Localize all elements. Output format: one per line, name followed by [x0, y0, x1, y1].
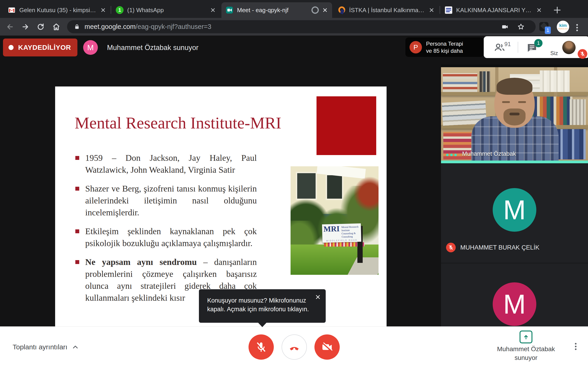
participant-name: MUHAMMET BURAK ÇELİK — [460, 244, 540, 251]
browser-menu-icon[interactable] — [575, 23, 579, 32]
tab-meet-active[interactable]: Meet - eag-qpyk-njf — [221, 2, 332, 18]
profile-logo-text: kim — [557, 23, 569, 28]
tooltip-line1: Konuşuyor musunuz? Mikrofonunuz — [207, 296, 317, 305]
mri-sign-title: MRI — [323, 225, 340, 233]
mri-sign-line2: Counseling & Consulting — [342, 232, 360, 238]
lock-icon — [73, 23, 80, 30]
slide-bullet: Shazer ve Berg, şizofreni tanısı konmuş … — [75, 183, 257, 218]
recording-label: KAYDEDİLİYOR — [18, 44, 71, 51]
participant-tile-1[interactable]: M MUHAMMET BURAK ÇELİK — [441, 164, 588, 263]
close-icon[interactable] — [536, 7, 542, 13]
bullet-square-icon — [75, 260, 79, 264]
recording-dot-icon — [9, 45, 14, 50]
bullet-square-icon — [75, 229, 79, 233]
reload-icon[interactable] — [36, 23, 45, 32]
kays-icon — [445, 6, 452, 14]
home-icon[interactable] — [52, 23, 61, 32]
participant-avatar: M — [493, 282, 536, 326]
istka-icon — [338, 6, 346, 14]
muted-mic-icon — [446, 243, 456, 252]
tab-title: İSTKA | İstanbul Kalkınma Ajan — [349, 7, 425, 14]
speaking-indicator-dots — [446, 153, 458, 157]
speaker-head — [494, 79, 535, 128]
mic-off-icon — [255, 341, 267, 353]
tab-title: Gelen Kutusu (35) - kimpsikolo — [19, 7, 96, 14]
people-icon — [494, 42, 505, 53]
participant-tile-2[interactable]: M — [441, 263, 588, 326]
slide-accent-rectangle — [317, 96, 376, 155]
slide-photo-mri-building: MRI Mental Research Institute Counseling… — [291, 166, 379, 275]
chevron-up-icon — [71, 343, 79, 351]
presenter-banner: Muhammet Öztabak sunuyor — [107, 44, 199, 52]
tab-kays[interactable]: KALKINMA AJANSLARI YÖNET — [441, 2, 546, 18]
presenting-status: Muhammet Öztabak sunuyor — [487, 345, 565, 362]
tab-recording-indicator-icon — [311, 6, 319, 14]
tab-separator — [440, 6, 440, 14]
slide-title: Mental Research Institute-MRI — [75, 114, 281, 133]
browser-toolbar: meet.google.com/eag-qpyk-njf?authuser=3 … — [0, 18, 588, 35]
close-icon[interactable] — [100, 7, 106, 13]
video-tile-speaker[interactable]: Muhammet Öztabak — [441, 65, 588, 163]
bullet-square-icon — [75, 156, 79, 160]
tooltip-tail — [258, 323, 267, 327]
self-avatar[interactable] — [562, 41, 576, 54]
extension-icon[interactable]: 1 — [539, 22, 549, 32]
url-path: /eag-qpyk-njf?authuser=3 — [136, 23, 211, 31]
close-icon[interactable] — [210, 7, 216, 13]
tab-whatsapp[interactable]: 1 (1) WhatsApp — [112, 2, 220, 18]
address-bar[interactable]: meet.google.com/eag-qpyk-njf?authuser=3 — [67, 20, 536, 33]
tab-gmail[interactable]: Gelen Kutusu (35) - kimpsikolo — [4, 2, 110, 18]
slide-bullet: 1959 – Don Jackson, Jay Haley, Paul Watz… — [75, 152, 257, 176]
tab-title: (1) WhatsApp — [127, 7, 206, 14]
slide-bullet-list: 1959 – Don Jackson, Jay Haley, Paul Watz… — [75, 152, 257, 311]
meeting-details-button[interactable]: Toplantı ayrıntıları — [13, 343, 79, 351]
browser-tab-strip: Gelen Kutusu (35) - kimpsikolo 1 (1) Wha… — [0, 0, 588, 18]
slide-bullet: Etkileşim şeklinden kaynaklanan pek çok … — [75, 225, 257, 249]
chat-button[interactable]: 1 — [527, 42, 537, 54]
mic-toggle-button[interactable] — [249, 334, 274, 360]
speaking-bar — [441, 161, 588, 163]
panel-divider — [518, 42, 518, 53]
close-icon[interactable] — [322, 7, 328, 13]
new-tab-button[interactable] — [552, 5, 562, 16]
bullet-square-icon — [75, 187, 79, 191]
profile-logo-sub: PSIKOLOJI — [557, 28, 569, 30]
chat-badge: 1 — [534, 39, 543, 47]
tab-separator — [111, 6, 111, 14]
video-feed — [441, 67, 588, 161]
presentation-menu-icon[interactable] — [573, 342, 578, 351]
leave-call-button[interactable] — [282, 334, 307, 360]
tooltip-close-icon[interactable] — [315, 294, 321, 302]
recording-badge: KAYDEDİLİYOR — [3, 39, 78, 56]
participants-button[interactable]: 91 — [494, 42, 505, 54]
gmail-icon — [8, 6, 16, 14]
mri-sign-line3: MIDDLEFIELD ROAD — [324, 239, 360, 242]
presenter-avatar: M — [83, 40, 98, 55]
persona-line2: ve 85 kişi daha — [426, 47, 463, 54]
hangup-icon — [288, 340, 301, 354]
profile-avatar[interactable]: kim PSIKOLOJI — [557, 21, 569, 33]
meet-icon — [225, 6, 233, 14]
screen: Gelen Kutusu (35) - kimpsikolo 1 (1) Wha… — [0, 0, 588, 367]
you-label: Siz — [550, 50, 558, 56]
tab-title: KALKINMA AJANSLARI YÖNET — [456, 7, 532, 14]
whatsapp-icon: 1 — [116, 6, 124, 14]
persona-avatar: P — [409, 41, 422, 53]
participants-count: 91 — [504, 41, 511, 48]
tooltip-line2: kapalı. Açmak için mikrofonu tıklayın. — [207, 305, 317, 314]
media-camera-icon[interactable] — [501, 23, 509, 32]
close-icon[interactable] — [429, 7, 435, 13]
url-host: meet.google.com — [85, 23, 136, 31]
camera-toggle-button[interactable] — [314, 334, 340, 360]
video-name-label: Muhammet Öztabak — [462, 150, 516, 157]
back-icon[interactable] — [6, 23, 14, 32]
mic-muted-tooltip: Konuşuyor musunuz? Mikrofonunuz kapalı. … — [199, 289, 326, 323]
camera-off-icon — [321, 341, 333, 353]
persona-line1: Persona Terapi — [426, 40, 463, 47]
forward-icon[interactable] — [21, 23, 30, 32]
mri-sign-line1: Mental Research Institute — [341, 225, 359, 232]
participants-preview-card[interactable]: P Persona Terapi ve 85 kişi daha — [405, 37, 484, 57]
bookmark-star-icon[interactable] — [517, 23, 525, 33]
tab-istka[interactable]: İSTKA | İstanbul Kalkınma Ajan — [334, 2, 439, 18]
extension-badge: 1 — [545, 27, 551, 34]
